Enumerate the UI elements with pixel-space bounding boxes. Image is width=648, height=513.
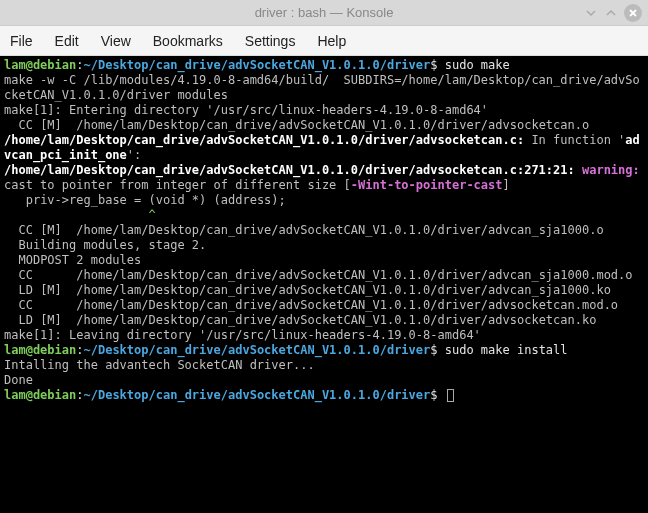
titlebar[interactable]: driver : bash — Konsole bbox=[0, 0, 648, 26]
output-caret: ^ bbox=[4, 208, 156, 222]
cmd-sudo-make-install: sudo make install bbox=[445, 343, 568, 357]
output-line: CC /home/lam/Desktop/can_drive/advSocket… bbox=[4, 298, 618, 312]
menu-help[interactable]: Help bbox=[317, 33, 346, 49]
cmd-sudo-make: sudo make bbox=[445, 58, 510, 72]
output-line: CC /home/lam/Desktop/can_drive/advSocket… bbox=[4, 268, 633, 282]
close-icon[interactable] bbox=[624, 4, 642, 22]
prompt-path: ~/Desktop/can_drive/advSocketCAN_V1.0.1.… bbox=[83, 58, 430, 72]
output-flag: -Wint-to-pointer-cast bbox=[351, 178, 503, 192]
window-controls bbox=[584, 4, 642, 22]
window-title: driver : bash — Konsole bbox=[255, 5, 394, 20]
menu-file[interactable]: File bbox=[10, 33, 33, 49]
output-line: ': bbox=[127, 148, 141, 162]
prompt-userhost: lam@debian bbox=[4, 388, 76, 402]
output-warning: warning: bbox=[575, 163, 640, 177]
output-line: ] bbox=[503, 178, 510, 192]
menubar: File Edit View Bookmarks Settings Help bbox=[0, 26, 648, 56]
prompt-userhost: lam@debian bbox=[4, 58, 76, 72]
terminal-area[interactable]: lam@debian:~/Desktop/can_drive/advSocket… bbox=[0, 56, 648, 513]
output-line: make -w -C /lib/modules/4.19.0-8-amd64/b… bbox=[4, 73, 640, 102]
menu-edit[interactable]: Edit bbox=[55, 33, 79, 49]
prompt-dollar: $ bbox=[430, 343, 444, 357]
prompt-userhost: lam@debian bbox=[4, 343, 76, 357]
minimize-icon[interactable] bbox=[584, 6, 598, 20]
output-line: MODPOST 2 modules bbox=[4, 253, 141, 267]
prompt-dollar: $ bbox=[430, 388, 444, 402]
menu-bookmarks[interactable]: Bookmarks bbox=[153, 33, 223, 49]
prompt-path: ~/Desktop/can_drive/advSocketCAN_V1.0.1.… bbox=[83, 388, 430, 402]
output-line: /home/lam/Desktop/can_drive/advSocketCAN… bbox=[4, 133, 524, 147]
output-line: /home/lam/Desktop/can_drive/advSocketCAN… bbox=[4, 163, 575, 177]
output-line: LD [M] /home/lam/Desktop/can_drive/advSo… bbox=[4, 313, 596, 327]
output-line: Building modules, stage 2. bbox=[4, 238, 206, 252]
output-line: Done bbox=[4, 373, 33, 387]
output-line: CC [M] /home/lam/Desktop/can_drive/advSo… bbox=[4, 223, 604, 237]
output-line: priv->reg_base = (void *) (address); bbox=[4, 193, 286, 207]
menu-view[interactable]: View bbox=[101, 33, 131, 49]
prompt-dollar: $ bbox=[430, 58, 444, 72]
menu-settings[interactable]: Settings bbox=[245, 33, 296, 49]
maximize-icon[interactable] bbox=[604, 6, 618, 20]
output-line: In function ' bbox=[524, 133, 625, 147]
output-line: make[1]: Leaving directory '/usr/src/lin… bbox=[4, 328, 481, 342]
output-line: make[1]: Entering directory '/usr/src/li… bbox=[4, 103, 488, 117]
output-line: Intalling the advantech SocketCAN driver… bbox=[4, 358, 315, 372]
cursor-icon bbox=[447, 389, 454, 402]
prompt-path: ~/Desktop/can_drive/advSocketCAN_V1.0.1.… bbox=[83, 343, 430, 357]
output-line: CC [M] /home/lam/Desktop/can_drive/advSo… bbox=[4, 118, 589, 132]
konsole-window: driver : bash — Konsole File Edit View B… bbox=[0, 0, 648, 513]
output-line: LD [M] /home/lam/Desktop/can_drive/advSo… bbox=[4, 283, 611, 297]
